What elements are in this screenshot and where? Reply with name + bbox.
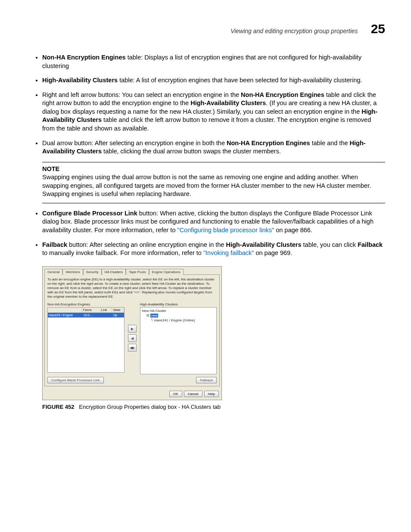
figure-label: FIGURE 452 xyxy=(42,404,74,410)
link-configuring-blade[interactable]: "Configuring blade processor links" xyxy=(177,227,274,233)
col-name xyxy=(48,308,82,312)
bold-text: Non-HA Encryption Engines xyxy=(241,91,324,98)
tree-node-engine[interactable]: └ mace241 / Engine (Online) xyxy=(142,318,215,323)
tab-ha-clusters[interactable]: HA Clusters xyxy=(102,269,126,275)
swap-arrow-button[interactable]: ◀▶ xyxy=(128,344,137,352)
cell-link xyxy=(101,313,112,317)
tree-label: mace241 / Engine (Online) xyxy=(154,318,195,322)
bold-text: Non-HA Encryption Engines xyxy=(227,140,310,146)
dialog-footer: OK Cancel Help xyxy=(43,388,221,400)
non-ha-table[interactable]: Fabric Link State mace25 / Engine 10:0..… xyxy=(47,307,125,373)
arrow-buttons: ▶ ◀ ◀▶ xyxy=(127,302,137,374)
bullet-failback: Failback button: After selecting an onli… xyxy=(42,241,385,258)
bullet-dual-arrow: Dual arrow button: After selecting an en… xyxy=(42,139,385,156)
panel-title-left: Non-HA Encryption Engines xyxy=(47,302,125,306)
body-text: to manually invoke failback. For more in… xyxy=(42,249,203,256)
table-row[interactable]: mace25 / Engine 10:0... Up xyxy=(48,313,124,317)
panel-buttons: Configure Blade Processor Link Failback xyxy=(47,377,217,383)
body-text: button: After selecting an online encryp… xyxy=(67,241,226,248)
bold-text: High-Availability Clusters xyxy=(42,77,118,84)
figure-text: Encryption Group Properties dialog box -… xyxy=(79,404,221,410)
body-text: on page 969. xyxy=(254,249,292,256)
tab-engine-operations[interactable]: Engine Operations xyxy=(149,269,184,275)
dialog-panels: Non-HA Encryption Engines Fabric Link St… xyxy=(47,302,217,374)
failback-button[interactable]: Failback xyxy=(196,377,217,383)
page-header: Viewing and editing encryption group pro… xyxy=(26,22,385,36)
panel-non-ha: Non-HA Encryption Engines Fabric Link St… xyxy=(47,302,125,374)
note-body: Swapping engines using the dual arrow bu… xyxy=(42,173,385,199)
note-label: NOTE xyxy=(42,165,385,174)
cell-fabric: 10:0... xyxy=(82,313,100,317)
table-header: Fabric Link State xyxy=(48,308,124,313)
tree-label-selected: new xyxy=(150,314,159,317)
body-text: Dual arrow button: After selecting an en… xyxy=(42,140,227,146)
tab-security[interactable]: Security xyxy=(83,269,102,275)
chapter-number: 25 xyxy=(371,22,385,36)
note-block: NOTE Swapping engines using the dual arr… xyxy=(42,162,385,203)
tab-tape-pools[interactable]: Tape Pools xyxy=(126,269,149,275)
body-text: table and the xyxy=(310,140,350,146)
body-text: table: A list of encryption engines that… xyxy=(118,77,362,84)
body-text: table, clicking the dual arrow button sw… xyxy=(102,148,281,155)
dialog-instructions: To add an encryption engine (EE) to a hi… xyxy=(47,277,217,299)
tab-general[interactable]: General xyxy=(44,269,62,275)
header-title: Viewing and editing encryption group pro… xyxy=(230,28,358,34)
help-button[interactable]: Help xyxy=(204,391,219,397)
tree-node-new[interactable]: ⊟ new xyxy=(142,313,215,318)
bullet-arrows: Right and left arrow buttons: You can se… xyxy=(42,91,385,133)
bullet-configure-link: Configure Blade Processor Link button: W… xyxy=(42,209,385,235)
bold-text: Failback xyxy=(358,241,383,248)
right-arrow-button[interactable]: ▶ xyxy=(128,325,137,333)
body-text: on page 866. xyxy=(274,227,312,233)
bold-text: Non-HA Encryption Engines xyxy=(42,54,126,61)
dialog-encryption-group-properties: General Members Security HA Clusters Tap… xyxy=(42,266,222,400)
bold-text: Failback xyxy=(42,241,67,248)
figure-container: General Members Security HA Clusters Tap… xyxy=(42,266,385,410)
left-arrow-button[interactable]: ◀ xyxy=(128,334,137,342)
ha-clusters-tree[interactable]: New HA Cluster ⊟ new └ mace241 / Engine … xyxy=(140,307,217,374)
bold-text: High-Availability Clusters xyxy=(190,100,266,106)
cell-state: Up xyxy=(112,313,124,317)
body-text: Right and left arrow buttons: You can se… xyxy=(42,91,241,98)
bold-text: Configure Blade Processor Link xyxy=(42,210,137,217)
configure-blade-processor-link-button[interactable]: Configure Blade Processor Link xyxy=(47,377,104,383)
col-link: Link xyxy=(100,308,112,312)
figure-caption: FIGURE 452 Encryption Group Properties d… xyxy=(42,404,385,410)
bullet-ha-clusters: High-Availability Clusters table: A list… xyxy=(42,76,385,85)
tree-node-new-cluster[interactable]: New HA Cluster xyxy=(142,308,215,313)
bold-text: High-Availability Clusters xyxy=(226,241,301,248)
panel-ha-clusters: High-Availability Clusters New HA Cluste… xyxy=(140,302,217,374)
panel-title-right: High-Availability Clusters xyxy=(140,302,217,306)
link-invoking-failback[interactable]: "Invoking failback" xyxy=(203,249,254,256)
cancel-button[interactable]: Cancel xyxy=(184,391,202,397)
body-text: table, you can click xyxy=(302,241,358,248)
dialog-tabs: General Members Security HA Clusters Tap… xyxy=(43,267,221,274)
cell-name: mace25 / Engine xyxy=(48,313,82,317)
col-state: State xyxy=(112,308,124,312)
ok-button[interactable]: OK xyxy=(169,391,182,397)
bullet-non-ha: Non-HA Encryption Engines table: Display… xyxy=(42,53,385,70)
bullet-list: Non-HA Encryption Engines table: Display… xyxy=(26,53,385,156)
col-fabric: Fabric xyxy=(82,308,100,312)
bullet-list-2: Configure Blade Processor Link button: W… xyxy=(26,209,385,258)
dialog-body: To add an encryption engine (EE) to a hi… xyxy=(44,274,220,386)
tab-members[interactable]: Members xyxy=(62,269,83,275)
